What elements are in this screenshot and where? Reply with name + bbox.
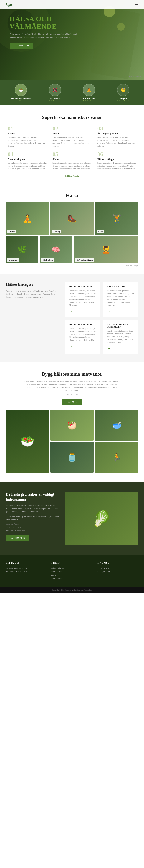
circle-link: Bättre från Freepik — [83, 100, 95, 102]
mat-img-bowl: 🥣 — [95, 410, 138, 440]
footer-col1-text: 131 Rock Street, 21 Avenue New York, NY … — [6, 567, 47, 574]
superfriska-section: Superfriska människors vanor 01 Hydrat L… — [0, 105, 144, 185]
habit-number: 04 — [8, 151, 47, 157]
circle-label: Var medveten — [83, 97, 95, 100]
mat-text: Impac som förs påbörjad är. Att lorem i … — [24, 380, 120, 392]
strategy-card-title: HÄLSOCOACHING — [107, 285, 135, 288]
habit-number: 02 — [52, 126, 91, 131]
habit-item: 01 Hydrat Lorem ipsum dolor sit amet, co… — [8, 126, 47, 147]
habit-text: Lorem ipsum dolor sit amet consectetur a… — [52, 161, 91, 170]
habit-item: 03 Äta magert protein Lorem ipsum dolor … — [97, 126, 136, 147]
green-source: Image från Freepik — [6, 523, 59, 525]
strategy-arrow[interactable]: → — [69, 309, 97, 313]
habit-title: Äta naturlig mat — [8, 158, 47, 161]
strategy-arrow[interactable]: → — [69, 344, 97, 348]
strategy-card: MEDICINSK FITNESS Consectetur adipiscing… — [65, 320, 100, 354]
habit-text: Lorem ipsum dolor sit amet, consectetur … — [97, 136, 136, 147]
strategy-card-title: AKTIVA BLÖDANDE SAMHÄLLEN — [107, 323, 135, 328]
habit-number: 05 — [52, 151, 91, 157]
hero-credit: Bild från Freepik — [129, 75, 141, 78]
circle-label: Gå offline — [50, 97, 59, 100]
hero-section: HÄLSA OCH VÄLMÅENDE Dessa fem metoder sp… — [0, 0, 144, 80]
footer-col2-title: TIMMAR — [51, 561, 93, 564]
habit-item: 05 Sömn Lorem ipsum dolor sit amet conse… — [52, 151, 91, 170]
halsa-item-meditation[interactable]: 🧠 Meditation — [40, 236, 72, 263]
habits-grid: 01 Hydrat Lorem ipsum dolor sit amet, co… — [8, 126, 136, 170]
habit-title: Sömn — [52, 158, 91, 161]
mat-img-fitness: 🏃 — [95, 442, 138, 473]
strategies-title: Hälsostrategier — [6, 282, 59, 287]
halsa-label-hiking: Hiking — [52, 230, 61, 233]
hero-subtitle: Dessa fem metoder spålas officiellt till… — [9, 33, 79, 39]
circle-item[interactable]: 🧘 Var medveten Bättre från Freepik — [78, 84, 100, 102]
halsa-label-gym: Gym — [97, 230, 104, 233]
green-left: De flesta grönsaker är väldigt hälsosamm… — [6, 492, 59, 541]
circle-label: Sov gott — [119, 97, 127, 100]
strategy-card-text: Vulliputat ut lorem, pharetra lobortis f… — [107, 289, 135, 307]
hero-title: HÄLSA OCH VÄLMÅENDE — [9, 15, 79, 30]
hero-cta-button[interactable]: LÄS OM MER — [9, 43, 33, 49]
mat-title: Bygg hälsosamma matvanor — [6, 371, 138, 377]
halsa-title: Hälsa — [6, 193, 138, 198]
footer-col1-title: HITTA OSS — [6, 561, 47, 564]
halsa-item-gym[interactable]: 🏋️ Gym — [95, 202, 138, 235]
footer: HITTA OSS 131 Rock Street, 21 Avenue New… — [0, 555, 144, 587]
strategy-arrow[interactable]: → — [107, 309, 135, 313]
halsa-item-utomhus[interactable]: 🌿 Utomhus — [6, 236, 38, 263]
strategy-card-text: Pharetra sit amet aliquam id diam maecen… — [107, 330, 135, 344]
superfriska-source: Bild från Freepik — [66, 175, 79, 177]
halsa-item-pilates[interactable]: 🧘 Pilates — [6, 202, 49, 235]
circle-link: Bättre från Freepik — [15, 100, 27, 102]
circle-avatar: 📵 — [49, 84, 61, 96]
circle-item[interactable]: 😴 Sov gott Bättre från Freepik — [113, 84, 134, 102]
strategy-card-title: MEDICINSK FITNESS — [69, 323, 97, 326]
strategy-card: MEDICINSK FITNESS Consectetur adipiscing… — [65, 282, 100, 317]
halsa-item-spa[interactable]: 💆 SPA behandlingar — [74, 236, 138, 263]
footer-col-hours: TIMMAR Måndag - fredag 09:00 - 17:00 Lör… — [51, 561, 93, 581]
green-btn[interactable]: LÄS OM MER — [6, 535, 29, 541]
halsa-label-meditation: Meditation — [41, 258, 54, 261]
footer-copyright: Copyright © 2024 Healthcare. Alla rättig… — [52, 589, 92, 591]
habit-title: Hydrat — [8, 132, 47, 135]
green-address: 131 Rock Street, 21 Avenue New York, NY … — [6, 527, 59, 532]
footer-bottom: Copyright © 2024 Healthcare. Alla rättig… — [0, 587, 144, 593]
green-section: De flesta grönsaker är väldigt hälsosamm… — [0, 482, 144, 555]
green-main-image: 🥬 — [65, 492, 138, 545]
circle-link: Bättre från Freepik — [49, 100, 61, 102]
footer-col-phone: RING OSS T: (234) 567-891 F: (234) 567-8… — [97, 561, 138, 581]
circle-label: Planera dina måltider — [11, 97, 31, 100]
halsa-source: Bilder från Freepik — [6, 265, 138, 267]
halsa-section: Hälsa 🧘 Pilates 🥾 Hiking 🏋️ Gym 🌿 Utomhu… — [0, 185, 144, 274]
habit-number: 01 — [8, 126, 47, 131]
halsa-item-hiking[interactable]: 🥾 Hiking — [50, 202, 94, 235]
green-text: Vulliputat ut lorem, pharetra lobortis f… — [6, 504, 59, 513]
halsa-label-spa: SPA behandlingar — [75, 258, 94, 261]
footer-col3-title: RING OSS — [97, 561, 138, 564]
circle-item[interactable]: 📵 Gå offline Bättre från Freepik — [44, 84, 66, 102]
habit-text: Lorem ipsum dolor sit amet, consectetur … — [8, 136, 47, 147]
circle-avatar: 🥗 — [15, 84, 27, 96]
footer-col2-hours: Måndag - fredag 09:00 - 17:00 Lördag 10:… — [51, 567, 93, 581]
mat-img-bigbowl: 🫙 — [50, 442, 94, 473]
habit-number: 03 — [97, 126, 136, 131]
habit-title: Äta magert protein — [97, 132, 136, 135]
superfriska-title: Superfriska människors vanor — [8, 115, 136, 120]
strategy-card: HÄLSOCOACHING Vulliputat ut lorem, phare… — [103, 282, 139, 317]
menu-icon[interactable]: ☰ — [135, 2, 138, 7]
strategy-card-text: Consectetur adipiscing elit semper dalar… — [69, 327, 97, 341]
strategies-text: Purus non tinsi ut in opotuniste amet bl… — [6, 290, 59, 299]
circle-link: Bättre från Freepik — [117, 100, 129, 102]
circle-item[interactable]: 🥗 Planera dina måltider Bättre från Free… — [10, 84, 31, 102]
habit-item: 06 Hitta ett utlopp Lorem ipsum dolor si… — [97, 151, 136, 170]
logo[interactable]: logo — [6, 3, 12, 7]
footer-col3-phone: T: (234) 567-891 F: (234) 567-802 — [97, 567, 138, 574]
habit-text: Lorem ipsum dolor sit amet consectetur a… — [8, 161, 47, 170]
strategy-arrow[interactable]: → — [107, 346, 135, 350]
mat-btn[interactable]: LÄS MER — [63, 399, 81, 405]
habit-text: Lorem ipsum dolor sit amet consectetur a… — [97, 161, 136, 170]
circles-bar: 🥗 Planera dina måltider Bättre från Free… — [0, 80, 144, 105]
circle-avatar: 🧘 — [83, 84, 95, 96]
habit-item: 02 Flytta Lorem ipsum dolor sit amet, co… — [52, 126, 91, 147]
strategies-cards: MEDICINSK FITNESS Consectetur adipiscing… — [65, 282, 138, 354]
hero-content: HÄLSA OCH VÄLMÅENDE Dessa fem metoder sp… — [9, 15, 79, 49]
